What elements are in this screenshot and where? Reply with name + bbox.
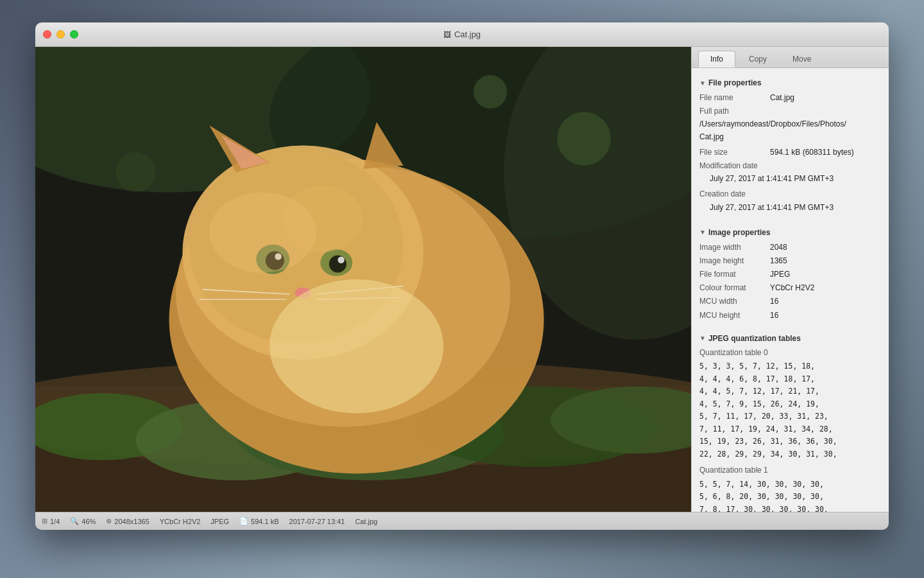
zoom-value: 46% [81, 518, 96, 525]
page-icon: ⊞ [42, 517, 47, 525]
jpeg-quantization-body: Quantization table 0 5, 3, 3, 5, 7, 12, … [692, 347, 889, 512]
image-height-row: Image height 1365 [699, 254, 881, 268]
window-title: 🖼 Cat.jpg [443, 30, 481, 39]
file-icon: 🖼 [443, 30, 451, 39]
svg-point-23 [338, 257, 344, 263]
image-height-label: Image height [699, 255, 770, 267]
mcu-width-label: MCU width [699, 295, 770, 308]
statusbar-zoom: 🔍 46% [70, 517, 96, 525]
creation-date-value: July 27, 2017 at 1:41:41 PM GMT+3 [699, 201, 881, 216]
jpeg-quantization-header: ▼ JPEG quantization tables [692, 330, 889, 347]
mcu-width-row: MCU width 16 [699, 295, 881, 308]
statusbar-file-format: JPEG [210, 518, 229, 525]
close-button[interactable] [43, 30, 51, 39]
image-width-label: Image width [699, 241, 770, 254]
section-arrow-jpeg: ▼ [699, 335, 706, 342]
title-text: Cat.jpg [454, 30, 481, 39]
tab-bar: Info Copy Move [692, 47, 889, 68]
section-arrow-file: ▼ [699, 80, 706, 87]
quant-table0-label: Quantization table 0 [699, 347, 881, 359]
file-format-row: File format JPEG [699, 268, 881, 281]
tab-info[interactable]: Info [698, 51, 735, 67]
page-value: 1/4 [50, 518, 60, 525]
image-panel [35, 47, 691, 512]
image-width-row: Image width 2048 [699, 241, 881, 254]
file-size-label: File size [699, 146, 770, 159]
mcu-width-value: 16 [770, 295, 778, 308]
mcu-height-row: MCU height 16 [699, 309, 881, 322]
statusbar-color-format: YCbCr H2V2 [160, 518, 201, 525]
file-properties-section: ▼ File properties File name Cat.jpg Full… [692, 74, 889, 222]
quant-table1-label: Quantization table 1 [699, 464, 881, 477]
creation-date-label: Creation date [699, 189, 746, 198]
dimensions-icon: ⊕ [106, 517, 112, 525]
jpeg-quantization-title: JPEG quantization tables [708, 334, 801, 343]
mcu-height-label: MCU height [699, 310, 770, 322]
svg-point-34 [474, 75, 507, 109]
modification-date-label: Modification date [699, 161, 758, 170]
statusbar-dimensions: ⊕ 2048x1365 [106, 517, 149, 525]
svg-point-30 [283, 186, 363, 252]
statusbar-file-format-value: JPEG [210, 518, 229, 525]
full-path-row: Full path /Users/raymondeast/Dropbox/Fil… [699, 105, 881, 146]
window-controls [43, 30, 78, 39]
tab-move[interactable]: Move [780, 51, 823, 67]
mcu-height-value: 16 [770, 310, 778, 322]
jpeg-quantization-section: ▼ JPEG quantization tables Quantization … [692, 330, 889, 512]
file-name-label: File name [699, 92, 770, 104]
colour-format-row: Colour format YCbCr H2V2 [699, 281, 881, 295]
file-name-row: File name Cat.jpg [699, 91, 881, 105]
full-path-value: /Users/raymondeast/Dropbox/Files/Photos/… [699, 118, 881, 145]
colour-format-value: YCbCr H2V2 [770, 282, 814, 294]
modification-date-value: July 27, 2017 at 1:41:41 PM GMT+3 [699, 172, 881, 188]
file-properties-title: File properties [708, 78, 762, 87]
minimize-button[interactable] [56, 30, 65, 39]
filesize-value: 594.1 kB [251, 518, 278, 525]
date-value: 2017-07-27 13:41 [289, 518, 345, 525]
file-size-value: 594.1 kB (608311 bytes) [770, 146, 854, 159]
filesize-icon: 📄 [239, 517, 248, 525]
image-properties-title: Image properties [708, 228, 771, 237]
quant-table0-values: 5, 3, 3, 5, 7, 12, 15, 18, 4, 4, 4, 6, 8… [699, 360, 881, 460]
statusbar-filename: Cat.jpg [355, 518, 377, 525]
statusbar-page: ⊞ 1/4 [42, 517, 60, 525]
image-properties-header: ▼ Image properties [692, 224, 889, 241]
colour-format-label: Colour format [699, 282, 770, 294]
zoom-icon: 🔍 [70, 517, 79, 525]
image-width-value: 2048 [770, 241, 787, 254]
svg-point-33 [116, 152, 156, 193]
statusbar: ⊞ 1/4 🔍 46% ⊕ 2048x1365 YCbCr H2V2 JPEG … [35, 512, 889, 530]
statusbar-filesize: 📄 594.1 kB [239, 517, 278, 525]
image-properties-section: ▼ Image properties Image width 2048 Imag… [692, 224, 889, 328]
file-format-label: File format [699, 268, 770, 281]
creation-date-row: Creation date July 27, 2017 at 1:41:41 P… [699, 188, 881, 216]
tab-copy[interactable]: Copy [737, 51, 779, 67]
statusbar-filename-value: Cat.jpg [355, 518, 377, 525]
section-arrow-image: ▼ [699, 229, 706, 236]
maximize-button[interactable] [70, 30, 78, 39]
statusbar-date: 2017-07-27 13:41 [289, 518, 345, 525]
image-height-value: 1365 [770, 255, 787, 267]
file-format-value: JPEG [770, 268, 790, 281]
file-properties-header: ▼ File properties [692, 74, 889, 91]
dimensions-value: 2048x1365 [114, 518, 149, 525]
image-properties-body: Image width 2048 Image height 1365 File … [692, 241, 889, 328]
info-scroll[interactable]: ▼ File properties File name Cat.jpg Full… [692, 68, 889, 512]
app-window: 🖼 Cat.jpg [35, 22, 889, 530]
svg-point-31 [270, 279, 443, 414]
right-panel: Info Copy Move ▼ File properties [691, 47, 889, 512]
file-size-row: File size 594.1 kB (608311 bytes) [699, 146, 881, 159]
main-content: Info Copy Move ▼ File properties [35, 47, 889, 512]
svg-point-21 [329, 255, 346, 272]
full-path-label: Full path [699, 107, 729, 116]
file-name-value: Cat.jpg [770, 92, 794, 104]
modification-date-row: Modification date July 27, 2017 at 1:41:… [699, 159, 881, 188]
file-properties-body: File name Cat.jpg Full path /Users/raymo… [692, 91, 889, 222]
cat-image [35, 47, 691, 512]
titlebar: 🖼 Cat.jpg [35, 22, 889, 47]
quant-table1-values: 5, 5, 7, 14, 30, 30, 30, 30, 5, 6, 8, 20… [699, 478, 881, 512]
color-format-value: YCbCr H2V2 [160, 518, 201, 525]
svg-point-32 [557, 112, 610, 165]
